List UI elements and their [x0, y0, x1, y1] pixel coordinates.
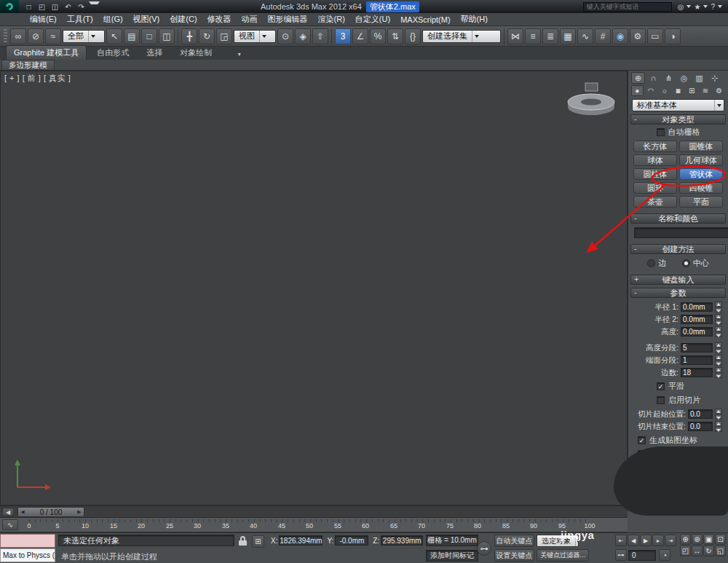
percent-snap-icon[interactable]: %	[370, 28, 386, 44]
go-to-start-icon[interactable]: ⇤	[615, 535, 627, 546]
cap-segs-spinner[interactable]	[715, 355, 722, 366]
rollout-header-keyboard-entry[interactable]: + 键盘输入	[630, 275, 726, 285]
rollout-header-object-type[interactable]: - 对象类型	[630, 114, 726, 125]
open-file-icon[interactable]: ◰	[36, 1, 47, 12]
menu-tools[interactable]: 工具(T)	[62, 13, 98, 26]
menu-maxscript[interactable]: MAXScript(M)	[395, 13, 455, 26]
rendered-frame-icon[interactable]: ▭	[647, 28, 663, 44]
select-by-name-icon[interactable]: ▤	[124, 28, 140, 44]
favorites-dropdown-icon[interactable]	[703, 5, 708, 8]
zoom-region-icon[interactable]: ◰	[680, 546, 691, 556]
systems-icon[interactable]: ⚙	[713, 85, 725, 96]
menu-rendering[interactable]: 渲染(R)	[313, 13, 350, 26]
orbit-icon[interactable]: ↻	[703, 546, 714, 556]
render-setup-icon[interactable]: ⚙	[630, 28, 646, 44]
button-tube[interactable]: 管状体	[679, 168, 723, 180]
schematic-view-icon[interactable]: #	[595, 28, 611, 44]
button-pyramid[interactable]: 四棱锥	[679, 182, 723, 194]
set-key-button[interactable]: 设置关键点	[494, 549, 534, 562]
menu-animation[interactable]: 动画	[237, 13, 263, 26]
slice-to-field[interactable]: 0.0	[688, 422, 713, 431]
menu-group[interactable]: 组(G)	[98, 13, 128, 26]
object-category-dropdown[interactable]: 标准基本体	[632, 99, 724, 111]
ribbon-tab-selection[interactable]: 选择	[139, 46, 170, 60]
radius1-field[interactable]: 0.0mm	[681, 302, 713, 312]
cap-segs-field[interactable]: 1	[681, 355, 713, 365]
button-geosphere[interactable]: 几何球体	[679, 154, 723, 166]
reference-coordinate-dropdown[interactable]: 视图	[234, 30, 276, 43]
tab-motion-icon[interactable]: ◎	[677, 72, 691, 84]
object-name-field[interactable]	[634, 227, 728, 238]
slice-from-spinner[interactable]	[715, 409, 722, 420]
rollout-header-parameters[interactable]: - 参数	[630, 288, 726, 298]
save-file-icon[interactable]: ◫	[50, 1, 60, 12]
time-slider-left-icon[interactable]: ◀	[2, 508, 14, 516]
radius2-field[interactable]: 0.0mm	[681, 315, 713, 324]
infocenter-search-input[interactable]	[583, 2, 672, 12]
keyboard-override-icon[interactable]: ⇧	[312, 28, 328, 44]
unlink-selection-icon[interactable]: ⊘	[28, 28, 44, 44]
previous-frame-icon[interactable]: ◀	[628, 535, 639, 546]
zoom-icon[interactable]: ⊕	[680, 534, 691, 545]
generate-mapping-checkbox[interactable]: ✓	[638, 436, 646, 444]
rollout-header-creation-method[interactable]: - 创建方法	[630, 244, 726, 254]
snaps-toggle-icon[interactable]: 3	[335, 28, 351, 44]
button-cylinder[interactable]: 圆柱体	[633, 168, 677, 180]
select-and-manipulate-icon[interactable]: ◈	[295, 28, 311, 44]
zoom-extents-icon[interactable]: ▣	[703, 534, 714, 545]
button-cone[interactable]: 圆锥体	[679, 141, 723, 152]
tab-display-icon[interactable]: ▥	[692, 72, 706, 84]
button-box[interactable]: 长方体	[633, 141, 677, 152]
maximize-viewport-icon[interactable]: ◱	[715, 546, 726, 556]
height-segs-field[interactable]: 5	[681, 343, 713, 353]
slice-on-checkbox[interactable]	[657, 396, 665, 404]
ribbon-tab-graphite[interactable]: Graphite 建模工具	[6, 45, 87, 60]
select-and-scale-icon[interactable]: ◲	[216, 28, 232, 44]
radius1-spinner[interactable]	[715, 302, 722, 312]
time-configuration-icon[interactable]: ◔	[659, 549, 670, 561]
3dsmax-logo-icon[interactable]	[0, 0, 19, 13]
menu-help[interactable]: 帮助(H)	[456, 13, 493, 26]
align-icon[interactable]: ≡	[525, 28, 541, 44]
set-keys-key-icon[interactable]: ⊶	[477, 541, 491, 556]
tab-utilities-icon[interactable]: ⊹	[708, 72, 721, 84]
viewport-label[interactable]: [ + ] [ 前 ] [ 真实 ]	[4, 73, 71, 84]
space-warps-icon[interactable]: ≋	[700, 85, 712, 96]
rollout-header-name-color[interactable]: - 名称和颜色	[630, 213, 726, 224]
mini-curve-editor-icon[interactable]: ∿	[2, 519, 18, 530]
favorites-star-icon[interactable]: ★	[694, 3, 700, 11]
new-scene-icon[interactable]: □	[23, 1, 34, 12]
selection-lock-icon[interactable]	[239, 536, 247, 546]
search-dropdown-icon[interactable]	[687, 5, 691, 8]
search-icon[interactable]: ◎	[678, 3, 684, 11]
next-frame-icon[interactable]: ▸	[652, 535, 664, 546]
window-crossing-icon[interactable]: ◫	[159, 28, 175, 44]
select-object-icon[interactable]: ↖	[106, 28, 122, 44]
edit-named-sets-icon[interactable]: {}	[405, 28, 421, 44]
menu-customize[interactable]: 自定义(U)	[350, 13, 395, 26]
key-mode-icon[interactable]: ⊶	[615, 549, 627, 561]
ribbon-minimize-icon[interactable]: ▼	[229, 50, 249, 58]
material-editor-icon[interactable]: ◉	[612, 28, 628, 44]
x-coordinate-field[interactable]: 1826.394mm	[279, 535, 323, 546]
toolbar-grip[interactable]	[4, 29, 7, 44]
layer-manager-icon[interactable]: ≣	[542, 28, 558, 44]
height-segs-spinner[interactable]	[715, 342, 722, 353]
curve-editor-icon[interactable]: ∿	[577, 28, 593, 44]
select-and-rotate-icon[interactable]: ↻	[199, 28, 215, 44]
go-to-end-icon[interactable]: ⇥	[665, 535, 676, 546]
menu-views[interactable]: 视图(V)	[128, 13, 165, 26]
undo-icon[interactable]: ↶	[63, 1, 74, 12]
angle-snap-icon[interactable]: ∠	[352, 28, 368, 44]
maxscript-mini-listener[interactable]: Max to Physcs (	[0, 548, 55, 562]
tube-object[interactable]	[561, 82, 622, 119]
play-icon[interactable]: ▶	[640, 535, 652, 546]
y-coordinate-field[interactable]: -0.0mm	[335, 535, 368, 546]
button-teapot[interactable]: 茶壶	[633, 196, 677, 208]
z-coordinate-field[interactable]: 295.939mm	[381, 535, 423, 546]
key-filters-button[interactable]: 关键点过滤器...	[537, 549, 589, 562]
height-field[interactable]: 0.0mm	[681, 327, 713, 336]
tab-hierarchy-icon[interactable]: ⋔	[662, 72, 676, 84]
radius2-spinner[interactable]	[715, 314, 722, 325]
autogrid-checkbox[interactable]	[657, 128, 665, 136]
